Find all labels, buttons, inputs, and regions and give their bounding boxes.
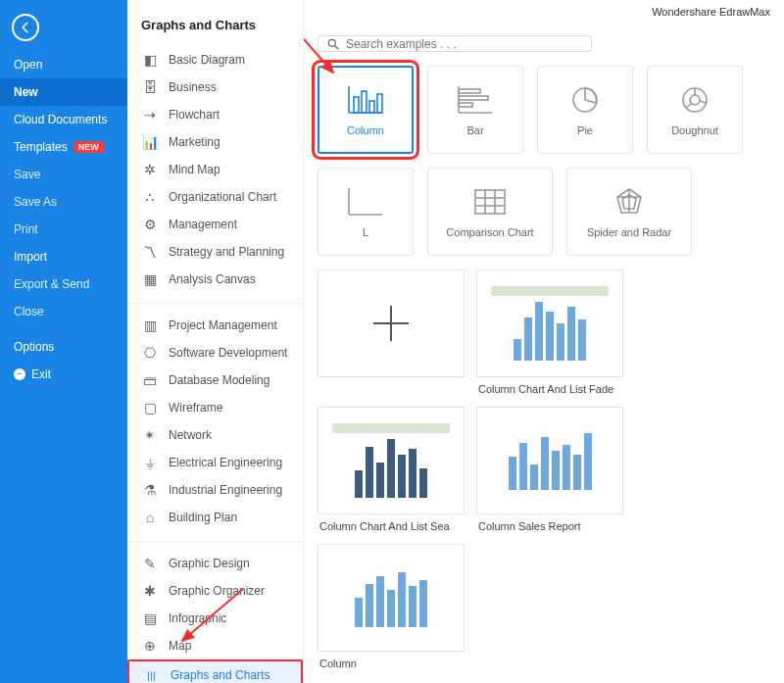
chart-type-spider-and-radar[interactable]: Spider and Radar: [566, 168, 692, 256]
category-icon: 📊: [141, 133, 159, 151]
main-area: Wondershare EdrawMax ColumnBarPieDoughnu…: [304, 0, 784, 683]
category-item-flowchart[interactable]: ⇢Flowchart: [127, 101, 303, 128]
svg-line-1: [335, 45, 339, 49]
category-icon: ▦: [141, 270, 159, 288]
template-caption: Column Chart And List Fade: [476, 377, 623, 395]
category-icon: ✲: [141, 161, 159, 178]
chart-type-bar[interactable]: Bar: [427, 66, 523, 154]
sidebar-item-templates[interactable]: TemplatesNEW: [0, 133, 127, 161]
category-item-wireframe[interactable]: ▢Wireframe: [127, 394, 303, 421]
template-thumb: [318, 269, 465, 377]
category-item-organizational-chart[interactable]: ⛬Organizational Chart: [127, 183, 303, 211]
category-label: Building Plan: [169, 511, 237, 524]
template-thumb: [318, 407, 465, 514]
brand-label: Wondershare EdrawMax: [652, 6, 770, 18]
category-icon: ⚙: [141, 216, 159, 233]
template-new-blank[interactable]: [318, 269, 465, 395]
category-icon: ⛬: [141, 188, 159, 206]
chart-type-icon: [610, 185, 649, 219]
new-badge: NEW: [74, 141, 104, 153]
search-input[interactable]: [346, 37, 583, 51]
category-item-software-development[interactable]: ⎔Software Development: [127, 339, 303, 366]
category-item-strategy-and-planning[interactable]: 〽Strategy and Planning: [127, 238, 303, 266]
category-label: Graphic Organizer: [169, 584, 265, 598]
search-bar[interactable]: [318, 35, 592, 52]
svg-rect-8: [377, 94, 382, 113]
template-item[interactable]: Column Sales Report: [476, 407, 623, 532]
sidebar-item-open[interactable]: Open: [0, 51, 127, 78]
category-icon: 🗃: [141, 371, 159, 389]
template-caption: Column Chart And List Sea: [318, 514, 465, 532]
category-item-electrical-engineering[interactable]: ⏚Electrical Engineering: [127, 449, 303, 476]
category-item-graphs-and-charts[interactable]: ⫼Graphs and Charts: [127, 659, 303, 683]
chart-type-icon: [346, 83, 385, 117]
template-thumb: [476, 407, 623, 514]
chart-type-doughnut[interactable]: Doughnut: [647, 66, 743, 154]
category-icon: 🗄: [141, 78, 159, 96]
sidebar-item-print[interactable]: Print: [0, 216, 127, 243]
category-item-infographic[interactable]: ▤Infographic: [127, 605, 303, 632]
category-panel-title: Graphs and Charts: [127, 0, 303, 42]
category-item-project-management[interactable]: ▥Project Management: [127, 312, 303, 339]
category-label: Graphic Design: [169, 557, 250, 570]
template-item[interactable]: Column Chart And List Fade: [476, 269, 623, 395]
sidebar-item-cloud-documents[interactable]: Cloud Documents: [0, 106, 127, 133]
chart-type-comparison-chart[interactable]: Comparison Chart: [427, 168, 553, 256]
sidebar-item-export-send[interactable]: Export & Send: [0, 270, 127, 298]
category-item-database-modeling[interactable]: 🗃Database Modeling: [127, 366, 303, 394]
category-panel: Graphs and Charts ◧Basic Diagram🗄Busines…: [127, 0, 304, 683]
category-label: Infographic: [169, 611, 226, 625]
template-item[interactable]: Column Chart And List Sea: [318, 407, 465, 532]
chart-type-label: Spider and Radar: [587, 226, 671, 238]
arrow-left-icon: [19, 21, 32, 34]
category-item-basic-diagram[interactable]: ◧Basic Diagram: [127, 46, 303, 73]
category-icon: 〽: [141, 243, 159, 261]
category-item-mind-map[interactable]: ✲Mind Map: [127, 156, 303, 183]
category-icon: ⎔: [141, 344, 159, 362]
category-label: Business: [169, 80, 217, 94]
template-caption: Column: [318, 652, 465, 669]
back-button[interactable]: [12, 14, 39, 41]
sidebar-item-options[interactable]: Options: [0, 333, 127, 361]
svg-rect-11: [459, 89, 480, 93]
chart-type-icon: [456, 83, 495, 117]
template-item[interactable]: Column: [318, 544, 465, 669]
category-item-map[interactable]: ⊕Map: [127, 632, 303, 659]
category-label: Strategy and Planning: [169, 245, 284, 259]
svg-point-0: [328, 39, 335, 46]
sidebar-item-import[interactable]: Import: [0, 243, 127, 270]
category-item-graphic-organizer[interactable]: ✱Graphic Organizer: [127, 577, 303, 605]
category-label: Industrial Engineering: [169, 483, 282, 497]
svg-rect-12: [459, 96, 488, 100]
category-item-network[interactable]: ✴Network: [127, 421, 303, 449]
category-icon: ⌂: [141, 509, 159, 526]
category-item-industrial-engineering[interactable]: ⚗Industrial Engineering: [127, 476, 303, 504]
sidebar-item-exit[interactable]: −Exit: [0, 361, 127, 388]
category-item-business[interactable]: 🗄Business: [127, 73, 303, 101]
category-item-marketing[interactable]: 📊Marketing: [127, 128, 303, 156]
category-item-management[interactable]: ⚙Management: [127, 211, 303, 238]
svg-line-19: [686, 104, 691, 108]
category-item-analysis-canvas[interactable]: ▦Analysis Canvas: [127, 266, 303, 293]
sidebar-item-save-as[interactable]: Save As: [0, 188, 127, 216]
file-menu-sidebar: Open New Cloud Documents TemplatesNEW Sa…: [0, 0, 127, 683]
sidebar-item-close[interactable]: Close: [0, 298, 127, 325]
chart-type-icon: [346, 185, 385, 219]
category-label: Database Modeling: [169, 373, 270, 387]
chart-type-l[interactable]: L: [318, 168, 414, 256]
category-icon: ⏚: [141, 454, 159, 471]
chart-type-pie[interactable]: Pie: [537, 66, 633, 154]
chart-type-column[interactable]: Column: [318, 66, 414, 154]
category-icon: ⫼: [143, 666, 161, 683]
category-label: Project Management: [169, 318, 277, 332]
category-item-graphic-design[interactable]: ✎Graphic Design: [127, 550, 303, 577]
sidebar-item-new[interactable]: New: [0, 78, 127, 106]
chart-type-icon: [675, 83, 714, 117]
svg-rect-13: [459, 103, 472, 107]
search-icon: [326, 37, 340, 51]
svg-rect-22: [475, 190, 505, 214]
category-item-building-plan[interactable]: ⌂Building Plan: [127, 504, 303, 531]
category-label: Network: [169, 428, 212, 442]
chart-type-label: Comparison Chart: [446, 226, 533, 238]
sidebar-item-save[interactable]: Save: [0, 161, 127, 188]
